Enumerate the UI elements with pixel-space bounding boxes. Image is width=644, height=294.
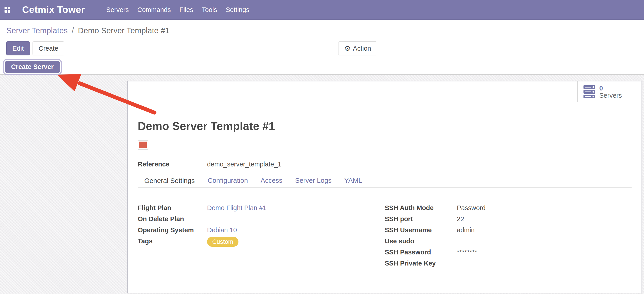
control-panel-buttons: Edit Create [6, 41, 644, 55]
ssh-username-value: admin [457, 226, 475, 234]
tags-label: Tags [138, 237, 203, 248]
servers-stat-text: 0 Servers [599, 85, 622, 99]
record-title: Demo Server Template #1 [138, 120, 632, 132]
menu-servers[interactable]: Servers [102, 0, 133, 20]
ssh-private-key-label: SSH Private Key [385, 259, 452, 270]
tab-server-logs[interactable]: Server Logs [289, 174, 338, 188]
tab-yaml[interactable]: YAML [338, 174, 368, 188]
control-panel: Server Templates / Demo Server Template … [0, 20, 644, 59]
breadcrumb: Server Templates / Demo Server Template … [6, 25, 644, 36]
field-group-right: SSH Auth Mode SSH port SSH Username Use … [385, 204, 632, 270]
action-button-label: Action [353, 45, 371, 52]
field-group-left: Flight Plan On Delete Plan Operating Sys… [138, 204, 385, 248]
menu-tools[interactable]: Tools [198, 0, 222, 20]
ssh-password-value: ******** [457, 248, 477, 256]
notebook-tabs: General Settings Configuration Access Se… [138, 174, 632, 188]
reference-row: Reference demo_server_template_1 [138, 158, 632, 171]
servers-label: Servers [599, 92, 622, 99]
apps-grid-icon[interactable] [4, 7, 10, 13]
tab-general-settings[interactable]: General Settings [138, 174, 201, 188]
app-window: Cetmix Tower Servers Commands Files Tool… [0, 0, 644, 294]
on-delete-plan-label: On Delete Plan [138, 215, 203, 226]
gear-icon: ⚙ [344, 45, 351, 52]
main-menu: Servers Commands Files Tools Settings [102, 0, 254, 20]
reference-label: Reference [138, 158, 203, 171]
apps-grid-dot [8, 10, 10, 13]
servers-stat-button[interactable]: 0 Servers [578, 81, 642, 102]
sheet-body: Demo Server Template #1 Reference demo_s… [128, 120, 642, 270]
apps-grid-dot [4, 7, 7, 9]
breadcrumb-current: Demo Server Template #1 [78, 26, 170, 35]
create-button[interactable]: Create [32, 41, 64, 55]
form-sheet: 0 Servers Demo Server Template #1 Refere… [127, 81, 642, 293]
use-sudo-label: Use sudo [385, 237, 452, 248]
top-navbar: Cetmix Tower Servers Commands Files Tool… [0, 0, 644, 20]
content-area: 0 Servers Demo Server Template #1 Refere… [0, 75, 644, 294]
general-settings-panel: Flight Plan On Delete Plan Operating Sys… [138, 204, 632, 270]
apps-grid-dot [4, 10, 7, 13]
servers-stack-icon [584, 85, 595, 98]
menu-files[interactable]: Files [175, 0, 198, 20]
servers-count: 0 [599, 85, 622, 92]
flight-plan-link[interactable]: Demo Flight Plan #1 [207, 204, 266, 212]
tag-badge-custom: Custom [207, 237, 238, 247]
breadcrumb-separator: / [70, 26, 76, 35]
action-button[interactable]: ⚙ Action [338, 41, 377, 55]
ssh-auth-mode-label: SSH Auth Mode [385, 204, 452, 215]
ssh-auth-mode-value: Password [457, 204, 486, 212]
menu-settings[interactable]: Settings [221, 0, 254, 20]
operating-system-link[interactable]: Debian 10 [207, 226, 237, 234]
ssh-port-label: SSH port [385, 215, 452, 226]
ssh-password-label: SSH Password [385, 248, 452, 259]
color-swatch-red [139, 141, 147, 148]
ssh-port-value: 22 [457, 215, 464, 223]
left-values-column: Demo Flight Plan #1 Debian 10 Custom [203, 204, 385, 248]
ssh-username-label: SSH Username [385, 226, 452, 237]
statusbar: Create Server [0, 59, 644, 75]
tab-configuration[interactable]: Configuration [201, 174, 254, 188]
flight-plan-label: Flight Plan [138, 204, 203, 215]
create-server-button[interactable]: Create Server [5, 61, 60, 73]
breadcrumb-parent-link[interactable]: Server Templates [6, 26, 68, 35]
right-labels-column: SSH Auth Mode SSH port SSH Username Use … [385, 204, 452, 270]
right-values-column: Password 22 admin ******** [452, 204, 632, 270]
brand-title[interactable]: Cetmix Tower [22, 4, 85, 15]
button-box-strip: 0 Servers [128, 81, 642, 102]
color-picker-swatch [138, 140, 148, 150]
reference-value: demo_server_template_1 [203, 158, 281, 171]
operating-system-label: Operating System [138, 226, 203, 237]
left-labels-column: Flight Plan On Delete Plan Operating Sys… [138, 204, 203, 248]
apps-grid-dot [8, 7, 10, 9]
menu-commands[interactable]: Commands [133, 0, 175, 20]
tab-access[interactable]: Access [254, 174, 289, 188]
edit-button[interactable]: Edit [6, 41, 30, 55]
